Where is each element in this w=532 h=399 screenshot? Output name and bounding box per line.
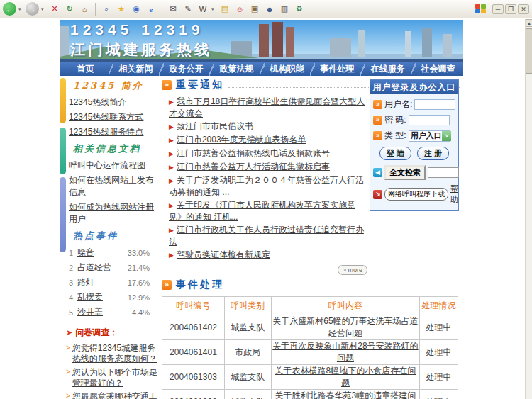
hot-rank: 4	[69, 293, 77, 302]
notice-link[interactable]: 江门市行政机关工作人员行政过错责任追究暂行办法	[169, 225, 364, 247]
nav-events[interactable]: 事件处理	[312, 62, 362, 76]
user-type-select[interactable]: 用户入口 ˅	[409, 130, 450, 142]
forward-button[interactable]: →	[26, 2, 39, 16]
nav-policy[interactable]: 政策法规	[211, 62, 262, 76]
notices-more-button[interactable]: > more	[338, 265, 367, 275]
sidebar-link-flowchart[interactable]: 呼叫中心运作流程图	[60, 158, 160, 173]
notice-link[interactable]: 江门市慈善公益捐款热线电话及捐款账号	[177, 148, 330, 158]
notes-icon[interactable]: ▤	[218, 3, 231, 16]
hot-event-link[interactable]: 占道经营	[77, 262, 111, 274]
nav-functions[interactable]: 机构职能	[262, 62, 312, 76]
minimize-button[interactable]: ─	[492, 4, 504, 14]
favorites-icon[interactable]: ★	[115, 3, 128, 16]
login-panel: 用户登录及办公入口 » 用户名: » 密 码: » 类 型: 用户入口 ˅	[370, 79, 459, 211]
hot-pct: 12.9%	[128, 293, 150, 302]
survey-question-link[interactable]: 您认为以下哪个市场是管理最好的？	[72, 367, 160, 388]
call-content-link[interactable]: 关于再次反映象山新村28号安装路灯的问题	[272, 341, 418, 363]
chevron-down-icon: ˅	[442, 131, 451, 141]
survey-question: > 您最愿意乘哪种交通工具？	[60, 390, 160, 399]
arrow-badge-icon: »	[373, 131, 382, 140]
hot-events-title: 热点事件	[60, 227, 160, 245]
browser-window: ← ▾ → ▾ ✕ ↻ ⌂ ⌕ ★ ◉ e ✉ ✎ W ▾ ▤ ☺ ▣ ☻ ▥ …	[0, 0, 532, 399]
username-input[interactable]	[414, 99, 455, 110]
table-row: 2004061303 城监支队 关于农林横路8幢地下的小食店存在问题 处理中	[162, 365, 458, 390]
sidebar-link-publish-info[interactable]: 如何在热线网站上发布信息	[60, 173, 160, 200]
sidebar-link-features[interactable]: 12345热线服务特点	[60, 125, 160, 140]
book-icon[interactable]: ▥	[278, 3, 291, 16]
history-globe-icon[interactable]: ◉	[130, 3, 143, 16]
sidebar-intro-title: 12345 简介	[60, 77, 160, 95]
password-input[interactable]	[409, 115, 450, 125]
close-button[interactable]: ✕	[518, 4, 529, 14]
notice-list: ▶我市下月18日举行高校毕业生供需见面会暨大型人才交流会 ▶致江门市市民倡议书 …	[162, 92, 367, 262]
sidebar-link-intro[interactable]: 12345热线简介	[60, 95, 160, 110]
call-id: 2004061401	[162, 340, 225, 365]
ie-icon[interactable]: e	[145, 3, 157, 16]
vertical-scrollbar[interactable]: ▲	[525, 19, 532, 399]
notice-link[interactable]: 关于广泛发动职工为２００４年慈善公益万人行活动募捐的通知 ...	[169, 175, 364, 197]
table-row: 2004061302 城监支队 关于胜利北路春华苑3幢的违章搭建问题 处理中	[162, 390, 458, 399]
recycle-icon[interactable]: ♻	[293, 3, 306, 16]
mail-icon[interactable]: ✉	[167, 3, 179, 16]
notice-link[interactable]: 江门市2003年度无偿献血表扬名单	[177, 135, 306, 145]
notice-link[interactable]: 关于印发《江门市人民政府机构改革方案实施意见》的通知 江机...	[169, 200, 355, 222]
survey-question-link[interactable]: 您觉得12345城建服务热线的服务态度如何？	[72, 343, 160, 364]
notice-link[interactable]: 致江门市市民倡议书	[177, 121, 253, 131]
site-title: 江门城建服务热线	[70, 40, 212, 60]
nav-online-service[interactable]: 在线服务	[362, 62, 413, 76]
notice-item: ▶江门市慈善公益万人行活动征集徽标启事	[169, 160, 367, 174]
table-row: 2004061401 市政局 关于再次反映象山新村28号安装路灯的问题 处理中	[162, 340, 458, 365]
call-status: 处理中	[420, 390, 458, 399]
nav-gov-affairs[interactable]: 政务公开	[161, 62, 211, 76]
back-dropdown-icon[interactable]: ▾	[18, 6, 23, 12]
survey-question-link[interactable]: 您最愿意乘哪种交通工具？	[72, 391, 160, 399]
call-program-download-button[interactable]: 网络呼叫程序下载	[384, 188, 448, 201]
sidebar-link-contact[interactable]: 12345热线联系方式	[60, 110, 160, 125]
home-icon[interactable]: ⌂	[78, 3, 91, 16]
refresh-icon[interactable]: ↻	[63, 3, 76, 16]
restore-button[interactable]: ❐	[505, 4, 516, 14]
chevron-icon: >	[66, 343, 70, 364]
bullet-icon: ▶	[169, 150, 174, 157]
forward-dropdown-icon[interactable]: ▾	[41, 6, 46, 12]
hot-event-link[interactable]: 沙井盖	[77, 306, 103, 318]
bullet-icon: ▶	[169, 227, 174, 234]
notices-title: 重要通知	[176, 79, 224, 91]
fulltext-search-button[interactable]: 全文检索	[384, 165, 426, 180]
notice-item: ▶江门市慈善公益捐款热线电话及捐款账号	[169, 147, 367, 160]
word-dropdown-icon[interactable]: ▾	[211, 6, 216, 12]
sidebar-deco-yellow	[60, 78, 66, 123]
search-icon[interactable]: ⌕	[100, 3, 113, 16]
notice-link[interactable]: 我市下月18日举行高校毕业生供需见面会暨大型人才交流会	[169, 96, 365, 118]
pen-icon[interactable]: ✎	[182, 3, 194, 16]
nav-home[interactable]: 首页	[60, 62, 111, 76]
hot-event-link[interactable]: 乱摆卖	[77, 291, 103, 303]
user-icon[interactable]: ☻	[263, 3, 276, 16]
back-button[interactable]: ←	[3, 2, 16, 16]
hot-event-row: 2 占道经营 21.4%	[60, 260, 160, 275]
lock-icon[interactable]: ▣	[248, 3, 261, 16]
word-edit-icon[interactable]: W	[196, 3, 209, 16]
scrollbar-thumb[interactable]	[526, 28, 532, 74]
login-button[interactable]: 登 陆	[379, 147, 411, 160]
call-content-link[interactable]: 关于农林横路8幢地下的小食店存在问题	[275, 366, 416, 388]
nav-survey[interactable]: 社会调查	[413, 62, 463, 76]
fulltext-search-input[interactable]	[428, 167, 459, 178]
hot-event-link[interactable]: 路灯	[77, 276, 94, 288]
notice-item: ▶我市下月18日举行高校毕业生供需见面会暨大型人才交流会	[169, 95, 367, 120]
stop-icon[interactable]: ✕	[48, 3, 61, 16]
sidebar-link-register[interactable]: 如何成为热线网站注册用户	[60, 200, 160, 227]
hot-event-row: 5 沙井盖 4.4%	[60, 305, 160, 320]
nav-news[interactable]: 相关新闻	[111, 62, 161, 76]
call-content-link[interactable]: 关于胜利北路春华苑3幢的违章搭建问题	[275, 390, 416, 399]
messenger-icon[interactable]: ☺	[233, 3, 246, 16]
notice-link[interactable]: 江门市慈善公益万人行活动征集徽标启事	[177, 162, 330, 172]
register-button[interactable]: 注 册	[417, 147, 449, 160]
call-content-link[interactable]: 关于永盛新村65幢的万事达洗车场占道经营问题	[272, 316, 418, 338]
help-link[interactable]: 帮助	[450, 184, 458, 205]
notice-link[interactable]: 驾驶员换证体检有新规定	[177, 249, 270, 259]
hot-event-link[interactable]: 噪音	[77, 247, 94, 259]
bullet-icon: ▶	[169, 177, 174, 184]
user-type-value: 用户入口	[409, 130, 442, 141]
scroll-up-button[interactable]: ▲	[526, 19, 532, 27]
